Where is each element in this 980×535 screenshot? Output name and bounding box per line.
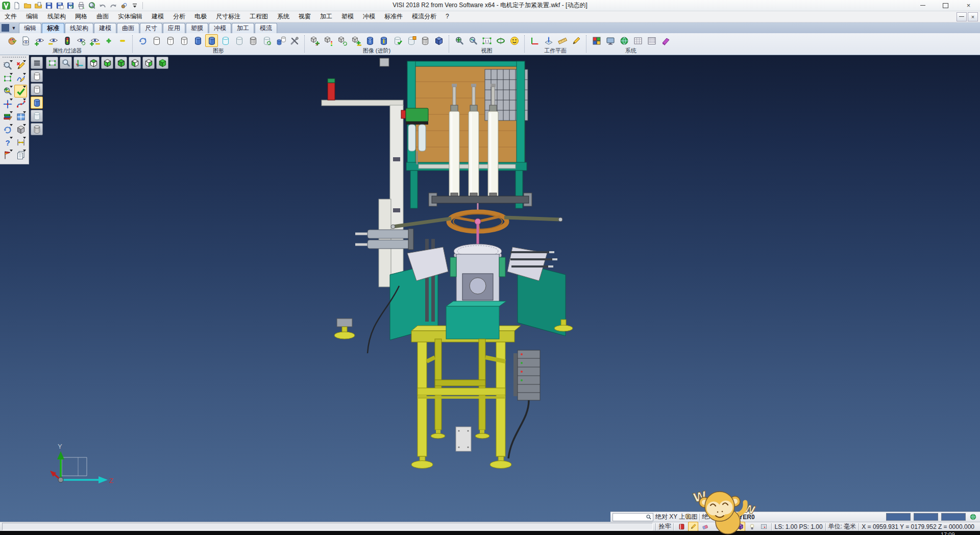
viewport-3d[interactable]: ? Y Z [0, 55, 980, 522]
view-rotate-icon[interactable] [494, 34, 507, 47]
layer-colors-icon[interactable] [590, 34, 603, 47]
hatched-view-icon[interactable] [247, 34, 259, 47]
environment-globe-icon[interactable] [968, 512, 978, 522]
graphics-settings-icon[interactable] [288, 34, 301, 47]
view-left-button[interactable] [129, 57, 141, 69]
menu-item-曲面[interactable]: 曲面 [92, 11, 113, 22]
prompt-field[interactable] [2, 523, 653, 530]
workplane-ruler-icon[interactable] [556, 34, 569, 47]
spline-edit-button[interactable] [14, 98, 27, 110]
shaded-view-icon[interactable] [191, 34, 204, 47]
menu-item-尺寸标注[interactable]: 尺寸标注 [211, 11, 245, 22]
menu-item-标准件[interactable]: 标准件 [380, 11, 407, 22]
tab-塑膜[interactable]: 塑膜 [186, 23, 208, 33]
view-shaded-button[interactable] [156, 57, 168, 69]
cylinder-striped-icon[interactable] [377, 34, 390, 47]
tab-应用[interactable]: 应用 [163, 23, 185, 33]
menu-item-视窗[interactable]: 视窗 [294, 11, 315, 22]
tab-模流[interactable]: 模流 [255, 23, 277, 33]
solid-view-button[interactable] [14, 123, 27, 136]
tab-尺寸[interactable]: 尺寸 [140, 23, 162, 33]
snap-grid-button[interactable] [758, 522, 769, 532]
menu-item-塑模[interactable]: 塑模 [337, 11, 358, 22]
workplane-axes-icon[interactable] [528, 34, 541, 47]
flat-shaded-view-icon[interactable] [233, 34, 246, 47]
open-file-icon[interactable] [23, 1, 32, 10]
machine-model-3d[interactable] [0, 55, 980, 522]
cylinder-flag-icon[interactable] [405, 34, 418, 47]
save-icon[interactable] [44, 1, 54, 10]
regen-shading-icon[interactable] [260, 34, 273, 47]
tab-冲模[interactable]: 冲模 [209, 23, 231, 33]
display-settings-icon[interactable] [604, 34, 617, 47]
tab-曲面[interactable]: 曲面 [117, 23, 139, 33]
image-filter-icon[interactable] [322, 34, 335, 47]
zoom-in-icon[interactable] [453, 34, 465, 47]
edit-curve-button[interactable] [14, 72, 27, 85]
visibility-refresh-icon[interactable] [75, 34, 87, 47]
delete-entity-button[interactable] [14, 59, 27, 72]
save-all-icon[interactable] [66, 1, 75, 10]
snap-lock-label[interactable]: 拴牢 [658, 522, 671, 531]
layer-swatch-3[interactable] [941, 513, 966, 521]
axonometric-view-button[interactable] [74, 57, 86, 69]
view-front-button[interactable] [115, 57, 127, 69]
attributes-button[interactable] [1, 110, 14, 123]
menu-item-电极[interactable]: 电极 [190, 11, 211, 22]
menu-item-实体编辑[interactable]: 实体编辑 [113, 11, 147, 22]
copy-button[interactable] [14, 149, 27, 161]
menu-item-建模[interactable]: 建模 [147, 11, 168, 22]
undo-icon[interactable] [98, 1, 107, 10]
shaded-mode-button[interactable] [31, 96, 43, 109]
zoom-dynamic-button[interactable] [60, 57, 72, 69]
maximize-button[interactable] [934, 0, 957, 11]
mdi-minimize-button[interactable] [957, 12, 967, 21]
tab-编辑[interactable]: 编辑 [19, 23, 41, 33]
hidden-line-mode-button[interactable] [31, 83, 43, 95]
workplane-align-icon[interactable] [542, 34, 555, 47]
transform-button[interactable] [1, 98, 14, 110]
zoom-inout-button[interactable] [1, 85, 14, 98]
menu-item-加工[interactable]: 加工 [315, 11, 337, 22]
view-bottom-button[interactable] [101, 57, 113, 69]
strip-menu-button[interactable] [31, 57, 43, 69]
minimize-button[interactable] [911, 0, 934, 11]
viewports-button[interactable] [14, 110, 27, 123]
box-select-button[interactable] [1, 72, 14, 85]
filter-trafficlight-icon[interactable] [61, 34, 74, 47]
close-button[interactable]: × [957, 0, 980, 11]
cylinder-check-icon[interactable] [391, 34, 404, 47]
view-top-button[interactable] [87, 57, 100, 69]
fit-view-button[interactable] [46, 57, 58, 69]
menu-item-冲模[interactable]: 冲模 [358, 11, 380, 22]
cylinder-hatched-icon[interactable] [419, 34, 431, 47]
menu-item-分析[interactable]: 分析 [168, 11, 190, 22]
visibility-toggle-icon[interactable] [88, 34, 101, 47]
material-slab-icon[interactable] [659, 34, 672, 47]
render-quality-icon[interactable] [645, 34, 658, 47]
new-file-icon[interactable] [12, 1, 21, 10]
regenerate-button[interactable] [1, 123, 14, 136]
remove-filter-icon[interactable] [116, 34, 129, 47]
menu-item-工程图[interactable]: 工程图 [245, 11, 273, 22]
regen-graphics-icon[interactable] [136, 34, 149, 47]
zoom-1-1-icon[interactable]: 1:1 [480, 34, 493, 47]
hatched-mode-button[interactable] [31, 123, 43, 135]
workplane-sketch-icon[interactable] [570, 34, 582, 47]
quick-access-dropdown-icon[interactable] [130, 1, 139, 10]
undo-history-icon[interactable] [119, 1, 129, 10]
show-entities-icon[interactable] [33, 34, 46, 47]
insert-file-icon[interactable] [34, 1, 43, 10]
orbit-smiley-icon[interactable] [508, 34, 521, 47]
transparent-view-icon[interactable] [219, 34, 232, 47]
menu-item-文件[interactable]: 文件 [0, 11, 21, 22]
print-preview-icon[interactable] [87, 1, 96, 10]
tab-标准[interactable]: 标准 [42, 23, 64, 33]
dashed-hidden-view-icon[interactable] [178, 34, 190, 47]
tab-建模[interactable]: 建模 [94, 23, 116, 33]
wireframe-mode-button[interactable] [31, 70, 43, 82]
convert-shading-icon[interactable] [274, 34, 287, 47]
menu-item-系统[interactable]: 系统 [273, 11, 294, 22]
mdi-close-button[interactable]: × [968, 12, 978, 21]
print-icon[interactable] [77, 1, 86, 10]
